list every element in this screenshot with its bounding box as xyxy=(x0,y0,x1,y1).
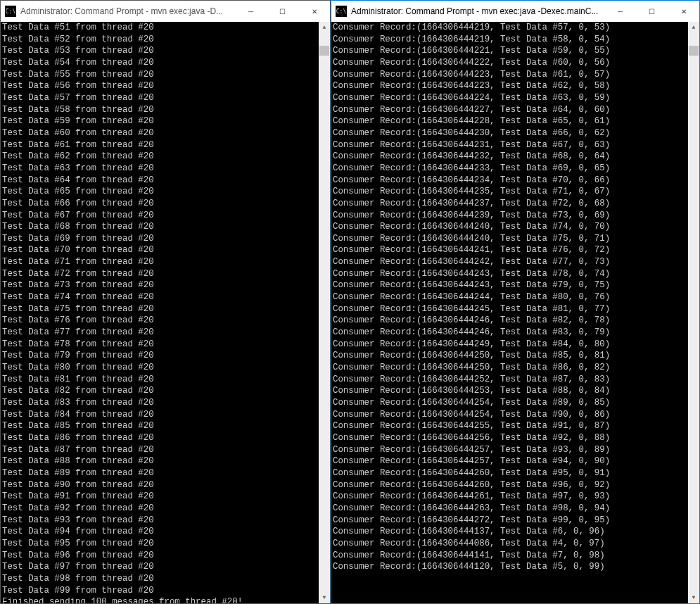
console-line: Test Data #95 from thread #20 xyxy=(2,538,329,550)
console-line: Consumer Record:(1664306444222, Test Dat… xyxy=(333,57,698,69)
console-line: Consumer Record:(1664306444254, Test Dat… xyxy=(333,409,698,421)
console-output-left[interactable]: Test Data #51 from thread #20Test Data #… xyxy=(1,22,330,603)
close-button[interactable]: ✕ xyxy=(668,1,699,22)
console-line: Consumer Record:(1664306444232, Test Dat… xyxy=(333,151,698,163)
console-line: Test Data #82 from thread #20 xyxy=(2,385,329,397)
close-button[interactable]: ✕ xyxy=(298,1,330,22)
console-line: Consumer Record:(1664306444227, Test Dat… xyxy=(333,104,698,116)
console-line: Consumer Record:(1664306444231, Test Dat… xyxy=(333,139,698,151)
scroll-thumb[interactable] xyxy=(689,46,699,56)
maximize-button[interactable]: ☐ xyxy=(267,1,298,22)
console-output-right[interactable]: Consumer Record:(1664306444219, Test Dat… xyxy=(331,22,699,603)
console-line: Test Data #83 from thread #20 xyxy=(2,397,329,409)
console-line: Consumer Record:(1664306444230, Test Dat… xyxy=(333,127,698,139)
window-title: Administrator: Command Prompt - mvn exec… xyxy=(20,6,235,16)
console-line: Consumer Record:(1664306444137, Test Dat… xyxy=(333,526,698,538)
console-line: Test Data #84 from thread #20 xyxy=(2,409,329,421)
console-line: Consumer Record:(1664306444246, Test Dat… xyxy=(333,327,698,339)
cmd-window-left: C:\ Administrator: Command Prompt - mvn … xyxy=(0,0,331,604)
console-line: Consumer Record:(1664306444120, Test Dat… xyxy=(333,561,698,573)
console-line: Test Data #64 from thread #20 xyxy=(2,175,329,187)
titlebar-right[interactable]: C:\ Administrator: Command Prompt - mvn … xyxy=(331,1,699,22)
console-line: Test Data #96 from thread #20 xyxy=(2,550,329,562)
console-line: Consumer Record:(1664306444254, Test Dat… xyxy=(333,397,698,409)
console-line: Test Data #66 from thread #20 xyxy=(2,198,329,210)
console-line: Test Data #69 from thread #20 xyxy=(2,233,329,245)
scroll-down-icon[interactable]: ▼ xyxy=(688,592,699,603)
console-line: Test Data #79 from thread #20 xyxy=(2,350,329,362)
console-line: Test Data #99 from thread #20 xyxy=(2,585,329,597)
console-line: Test Data #51 from thread #20 xyxy=(2,22,329,34)
console-line: Test Data #71 from thread #20 xyxy=(2,256,329,268)
console-line: Consumer Record:(1664306444086, Test Dat… xyxy=(333,538,698,550)
console-line: Test Data #90 from thread #20 xyxy=(2,479,329,491)
console-line: Test Data #73 from thread #20 xyxy=(2,279,329,291)
console-line: Consumer Record:(1664306444250, Test Dat… xyxy=(333,362,698,374)
console-line: Test Data #68 from thread #20 xyxy=(2,221,329,233)
console-line: Test Data #62 from thread #20 xyxy=(2,151,329,163)
console-line: Test Data #61 from thread #20 xyxy=(2,139,329,151)
console-line: Test Data #58 from thread #20 xyxy=(2,104,329,116)
console-line: Test Data #86 from thread #20 xyxy=(2,432,329,444)
console-line: Test Data #75 from thread #20 xyxy=(2,303,329,315)
scroll-down-icon[interactable]: ▼ xyxy=(319,592,330,603)
console-line: Consumer Record:(1664306444233, Test Dat… xyxy=(333,163,698,175)
console-line: Consumer Record:(1664306444252, Test Dat… xyxy=(333,374,698,386)
console-line: Consumer Record:(1664306444239, Test Dat… xyxy=(333,210,698,222)
console-line: Consumer Record:(1664306444255, Test Dat… xyxy=(333,420,698,432)
console-line: Consumer Record:(1664306444272, Test Dat… xyxy=(333,515,698,527)
console-line: Consumer Record:(1664306444257, Test Dat… xyxy=(333,455,698,467)
console-line: Finished sending 100 messages from threa… xyxy=(2,596,329,603)
console-line: Test Data #93 from thread #20 xyxy=(2,515,329,527)
console-line: Consumer Record:(1664306444221, Test Dat… xyxy=(333,45,698,57)
console-line: Test Data #52 from thread #20 xyxy=(2,34,329,46)
console-line: Test Data #65 from thread #20 xyxy=(2,186,329,198)
console-line: Consumer Record:(1664306444141, Test Dat… xyxy=(333,550,698,562)
minimize-button[interactable]: ─ xyxy=(604,1,636,22)
console-line: Test Data #54 from thread #20 xyxy=(2,57,329,69)
cmd-window-right: C:\ Administrator: Command Prompt - mvn … xyxy=(331,0,700,604)
console-line: Consumer Record:(1664306444237, Test Dat… xyxy=(333,198,698,210)
console-line: Test Data #89 from thread #20 xyxy=(2,467,329,479)
console-line: Consumer Record:(1664306444235, Test Dat… xyxy=(333,186,698,198)
scroll-thumb[interactable] xyxy=(319,46,329,56)
console-line: Consumer Record:(1664306444219, Test Dat… xyxy=(333,34,698,46)
console-line: Test Data #70 from thread #20 xyxy=(2,244,329,256)
console-line: Consumer Record:(1664306444256, Test Dat… xyxy=(333,432,698,444)
console-line: Test Data #85 from thread #20 xyxy=(2,420,329,432)
scrollbar[interactable]: ▲ ▼ xyxy=(319,22,330,603)
console-line: Consumer Record:(1664306444250, Test Dat… xyxy=(333,350,698,362)
console-line: Test Data #80 from thread #20 xyxy=(2,362,329,374)
console-line: Consumer Record:(1664306444243, Test Dat… xyxy=(333,268,698,280)
console-line: Consumer Record:(1664306444228, Test Dat… xyxy=(333,115,698,127)
console-line: Test Data #98 from thread #20 xyxy=(2,573,329,585)
minimize-button[interactable]: ─ xyxy=(235,1,267,22)
scroll-up-icon[interactable]: ▲ xyxy=(688,22,699,33)
console-line: Consumer Record:(1664306444260, Test Dat… xyxy=(333,467,698,479)
console-line: Test Data #77 from thread #20 xyxy=(2,327,329,339)
console-line: Test Data #76 from thread #20 xyxy=(2,315,329,327)
console-line: Test Data #81 from thread #20 xyxy=(2,374,329,386)
console-line: Consumer Record:(1664306444224, Test Dat… xyxy=(333,92,698,104)
console-line: Consumer Record:(1664306444219, Test Dat… xyxy=(333,22,698,34)
window-controls: ─ ☐ ✕ xyxy=(235,1,330,22)
console-line: Consumer Record:(1664306444234, Test Dat… xyxy=(333,175,698,187)
console-line: Consumer Record:(1664306444242, Test Dat… xyxy=(333,256,698,268)
console-line: Test Data #92 from thread #20 xyxy=(2,503,329,515)
console-line: Consumer Record:(1664306444240, Test Dat… xyxy=(333,233,698,245)
console-line: Consumer Record:(1664306444244, Test Dat… xyxy=(333,291,698,303)
maximize-button[interactable]: ☐ xyxy=(636,1,668,22)
console-line: Test Data #97 from thread #20 xyxy=(2,561,329,573)
scrollbar[interactable]: ▲ ▼ xyxy=(688,22,699,603)
titlebar-left[interactable]: C:\ Administrator: Command Prompt - mvn … xyxy=(1,1,330,22)
cmd-icon: C:\ xyxy=(336,6,347,17)
scroll-up-icon[interactable]: ▲ xyxy=(319,22,330,33)
console-line: Consumer Record:(1664306444245, Test Dat… xyxy=(333,303,698,315)
console-line: Consumer Record:(1664306444240, Test Dat… xyxy=(333,221,698,233)
console-line: Test Data #87 from thread #20 xyxy=(2,444,329,456)
console-line: Test Data #53 from thread #20 xyxy=(2,45,329,57)
window-controls: ─ ☐ ✕ xyxy=(604,1,699,22)
console-line: Test Data #59 from thread #20 xyxy=(2,115,329,127)
console-line: Consumer Record:(1664306444263, Test Dat… xyxy=(333,503,698,515)
console-line: Consumer Record:(1664306444257, Test Dat… xyxy=(333,444,698,456)
